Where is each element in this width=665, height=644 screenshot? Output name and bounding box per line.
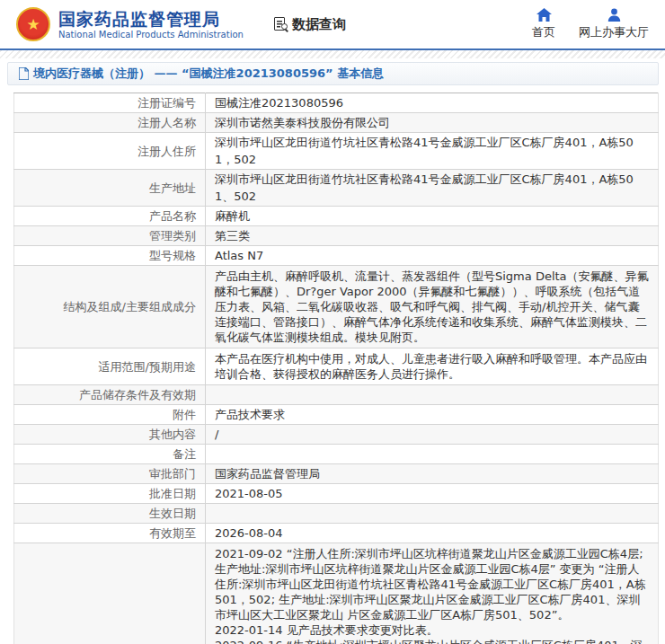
national-emblem-icon: ★ bbox=[16, 7, 50, 41]
row-value: 深圳市坪山区龙田街道竹坑社区青松路41号金威源工业厂区C栋厂房401，A栋501… bbox=[206, 170, 659, 207]
row-label: 管理类别 bbox=[14, 226, 206, 246]
home-icon bbox=[536, 8, 552, 22]
data-query-nav[interactable]: 数据查询 bbox=[274, 16, 346, 33]
table-row: 适用范围/预期用途 本产品在医疗机构中使用，对成人、儿童患者进行吸入麻醉和呼吸管… bbox=[14, 348, 659, 385]
table-row: 注册人住所 深圳市坪山区龙田街道竹坑社区青松路41号金威源工业厂区C栋厂房401… bbox=[14, 133, 659, 170]
online-hall-link[interactable]: 网上办事大厅 bbox=[579, 8, 649, 40]
row-value: 2021-08-05 bbox=[206, 484, 659, 504]
row-label: 注册人住所 bbox=[14, 133, 206, 170]
row-value: 深圳市诺然美泰科技股份有限公司 bbox=[206, 113, 659, 133]
change-entry: 2021-09-02 “注册人住所:深圳市坪山区坑梓街道聚龙山片区金威源工业园C… bbox=[215, 546, 651, 622]
brand: 国家药品监督管理局 National Medical Products Admi… bbox=[58, 9, 244, 40]
table-row: 生产地址 深圳市坪山区龙田街道竹坑社区青松路41号金威源工业厂区C栋厂房401，… bbox=[14, 170, 659, 207]
registration-info-table: 注册证编号 国械注准20213080596 注册人名称 深圳市诺然美泰科技股份有… bbox=[13, 93, 659, 644]
row-value: 产品由主机、麻醉呼吸机、流量计、蒸发器组件（型号Sigma Delta（安氟醚、… bbox=[206, 266, 659, 348]
row-label: 备注 bbox=[14, 445, 206, 464]
row-value: 麻醉机 bbox=[206, 207, 659, 226]
row-label: 注册人名称 bbox=[14, 113, 206, 133]
row-value: 深圳市坪山区龙田街道竹坑社区青松路41号金威源工业厂区C栋厂房401，A栋501… bbox=[206, 133, 659, 170]
row-value bbox=[206, 504, 659, 524]
row-label: 注册证编号 bbox=[14, 93, 206, 113]
row-value: 产品技术要求 bbox=[206, 405, 659, 425]
row-label: 适用范围/预期用途 bbox=[14, 348, 206, 385]
row-label: 产品储存条件及有效期 bbox=[14, 385, 206, 405]
table-row: 结构及组成/主要组成成分 产品由主机、麻醉呼吸机、流量计、蒸发器组件（型号Sig… bbox=[14, 266, 659, 348]
row-label: 生效日期 bbox=[14, 504, 206, 524]
table-row: 其他内容 / bbox=[14, 425, 659, 445]
decorative-hatch-band bbox=[0, 50, 665, 58]
table-row: 型号规格 Atlas N7 bbox=[14, 246, 659, 266]
data-query-label: 数据查询 bbox=[292, 16, 346, 33]
user-icon bbox=[607, 8, 621, 22]
table-row: 管理类别 第三类 bbox=[14, 226, 659, 246]
row-label: 变更情况 bbox=[14, 543, 206, 644]
table-row: 审批部门 国家药品监督管理局 bbox=[14, 464, 659, 484]
row-value: 第三类 bbox=[206, 226, 659, 246]
home-link[interactable]: 首页 bbox=[532, 8, 555, 40]
table-row: 批准日期 2021-08-05 bbox=[14, 484, 659, 504]
table-row: 注册人名称 深圳市诺然美泰科技股份有限公司 bbox=[14, 113, 659, 133]
row-label: 产品名称 bbox=[14, 207, 206, 226]
site-header: ★ 国家药品监督管理局 National Medical Products Ad… bbox=[0, 0, 665, 50]
brand-title-en: National Medical Products Administration bbox=[58, 29, 244, 40]
table-row: 有效期至 2026-08-04 bbox=[14, 524, 659, 543]
table-row: 生效日期 bbox=[14, 504, 659, 524]
row-label: 审批部门 bbox=[14, 464, 206, 484]
row-value bbox=[206, 385, 659, 405]
row-label: 有效期至 bbox=[14, 524, 206, 543]
online-hall-label: 网上办事大厅 bbox=[579, 24, 649, 40]
table-row-changes: 变更情况 2021-09-02 “注册人住所:深圳市坪山区坑梓街道聚龙山片区金威… bbox=[14, 543, 659, 644]
row-label: 型号规格 bbox=[14, 246, 206, 266]
row-label: 批准日期 bbox=[14, 484, 206, 504]
row-value: / bbox=[206, 425, 659, 445]
table-row: 产品储存条件及有效期 bbox=[14, 385, 659, 405]
table-row: 产品名称 麻醉机 bbox=[14, 207, 659, 226]
document-search-icon bbox=[274, 17, 288, 32]
table-row: 备注 bbox=[14, 445, 659, 464]
row-value: 2026-08-04 bbox=[206, 524, 659, 543]
row-value: Atlas N7 bbox=[206, 246, 659, 266]
row-label: 生产地址 bbox=[14, 170, 206, 207]
row-value: 国械注准20213080596 bbox=[206, 93, 659, 113]
row-value: 2021-09-02 “注册人住所:深圳市坪山区坑梓街道聚龙山片区金威源工业园C… bbox=[206, 543, 659, 644]
breadcrumb: 境内医疗器械（注册） —— “国械注准20213080596” 基本信息 bbox=[7, 62, 659, 85]
row-value: 国家药品监督管理局 bbox=[206, 464, 659, 484]
document-icon bbox=[19, 67, 29, 80]
change-entry: 2022-09-16 “生产地址:深圳市坪山区聚龙山片区金威源工业厂区C栋厂房4… bbox=[215, 638, 651, 644]
row-label: 其他内容 bbox=[14, 425, 206, 445]
table-row: 附件 产品技术要求 bbox=[14, 405, 659, 425]
change-entry: 2022-01-14 见产品技术要求变更对比表。 bbox=[215, 622, 651, 638]
home-label: 首页 bbox=[532, 24, 555, 40]
row-label: 附件 bbox=[14, 405, 206, 425]
row-value: 本产品在医疗机构中使用，对成人、儿童患者进行吸入麻醉和呼吸管理。本产品应由培训合… bbox=[206, 348, 659, 385]
brand-title-cn: 国家药品监督管理局 bbox=[58, 9, 244, 29]
table-row: 注册证编号 国械注准20213080596 bbox=[14, 93, 659, 113]
row-label: 结构及组成/主要组成成分 bbox=[14, 266, 206, 348]
row-value bbox=[206, 445, 659, 464]
page-title: 境内医疗器械（注册） —— “国械注准20213080596” 基本信息 bbox=[33, 66, 384, 82]
